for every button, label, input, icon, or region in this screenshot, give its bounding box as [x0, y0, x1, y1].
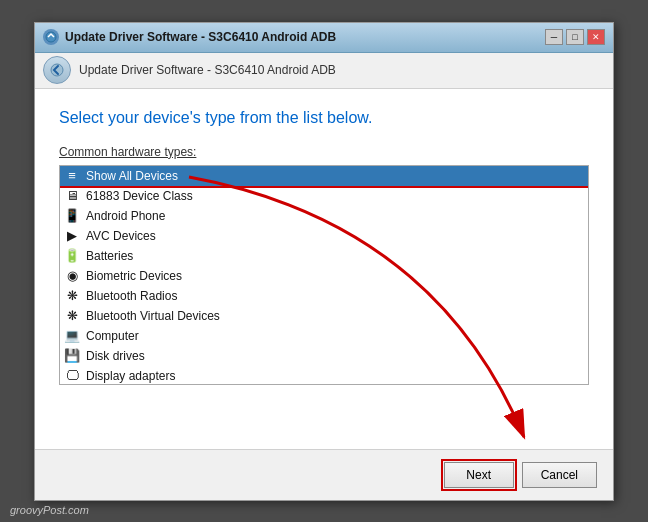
back-button[interactable]	[43, 56, 71, 84]
device-list[interactable]: ≡Show All Devices🖥61883 Device Class📱And…	[59, 165, 589, 385]
list-item[interactable]: ◉Biometric Devices	[60, 266, 588, 286]
show-all-label: Show All Devices	[86, 169, 178, 183]
list-item[interactable]: ▶AVC Devices	[60, 226, 588, 246]
disk-drives-icon: 💾	[64, 348, 80, 364]
list-item[interactable]: 💾Disk drives	[60, 346, 588, 366]
nav-title: Update Driver Software - S3C6410 Android…	[79, 63, 336, 77]
nav-bar: Update Driver Software - S3C6410 Android…	[35, 53, 613, 89]
maximize-button[interactable]: □	[566, 29, 584, 45]
avc-icon: ▶	[64, 228, 80, 244]
title-bar-controls: ─ □ ✕	[545, 29, 605, 45]
batteries-label: Batteries	[86, 249, 133, 263]
show-all-icon: ≡	[64, 168, 80, 184]
display-adapters-icon: 🖵	[64, 368, 80, 384]
disk-drives-label: Disk drives	[86, 349, 145, 363]
footer: Next Cancel	[35, 449, 613, 500]
bluetooth-virtual-icon: ❋	[64, 308, 80, 324]
content-area: Select your device's type from the list …	[35, 89, 613, 449]
61883-icon: 🖥	[64, 188, 80, 204]
computer-label: Computer	[86, 329, 139, 343]
list-item[interactable]: 📱Android Phone	[60, 206, 588, 226]
minimize-button[interactable]: ─	[545, 29, 563, 45]
list-item[interactable]: 🖵Display adapters	[60, 366, 588, 385]
bluetooth-radios-label: Bluetooth Radios	[86, 289, 177, 303]
list-item[interactable]: 🖥61883 Device Class	[60, 186, 588, 206]
list-item[interactable]: ❋Bluetooth Virtual Devices	[60, 306, 588, 326]
biometric-label: Biometric Devices	[86, 269, 182, 283]
window-icon	[43, 29, 59, 45]
list-item[interactable]: 🔋Batteries	[60, 246, 588, 266]
avc-label: AVC Devices	[86, 229, 156, 243]
61883-label: 61883 Device Class	[86, 189, 193, 203]
android-phone-icon: 📱	[64, 208, 80, 224]
close-button[interactable]: ✕	[587, 29, 605, 45]
batteries-icon: 🔋	[64, 248, 80, 264]
list-item[interactable]: ≡Show All Devices	[60, 166, 588, 186]
list-item[interactable]: ❋Bluetooth Radios	[60, 286, 588, 306]
list-item[interactable]: 💻Computer	[60, 326, 588, 346]
main-window: Update Driver Software - S3C6410 Android…	[34, 22, 614, 501]
window-title: Update Driver Software - S3C6410 Android…	[65, 30, 336, 44]
page-heading: Select your device's type from the list …	[59, 109, 589, 127]
android-phone-label: Android Phone	[86, 209, 165, 223]
title-bar-left: Update Driver Software - S3C6410 Android…	[43, 29, 336, 45]
title-bar: Update Driver Software - S3C6410 Android…	[35, 23, 613, 53]
bluetooth-virtual-label: Bluetooth Virtual Devices	[86, 309, 220, 323]
biometric-icon: ◉	[64, 268, 80, 284]
section-label: Common hardware types:	[59, 145, 589, 159]
bluetooth-radios-icon: ❋	[64, 288, 80, 304]
watermark: groovyPost.com	[10, 504, 89, 516]
cancel-button[interactable]: Cancel	[522, 462, 597, 488]
next-button[interactable]: Next	[444, 462, 514, 488]
computer-icon: 💻	[64, 328, 80, 344]
display-adapters-label: Display adapters	[86, 369, 175, 383]
